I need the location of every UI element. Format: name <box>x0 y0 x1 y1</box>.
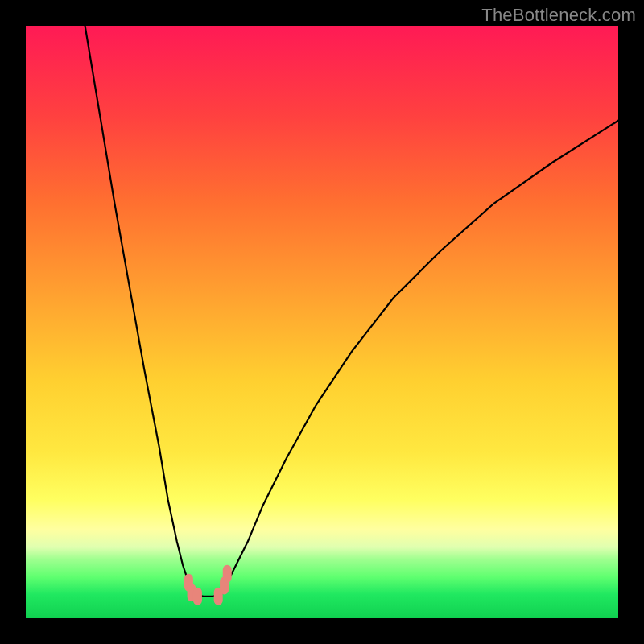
marker-point <box>223 565 232 583</box>
marker-group <box>184 565 232 605</box>
curve-left-branch <box>85 26 195 595</box>
plot-area <box>26 26 618 618</box>
curve-right-branch <box>221 121 618 595</box>
marker-point <box>193 588 202 605</box>
chart-frame: TheBottleneck.com <box>0 0 644 644</box>
curve-layer <box>26 26 618 618</box>
watermark-text: TheBottleneck.com <box>481 5 636 26</box>
